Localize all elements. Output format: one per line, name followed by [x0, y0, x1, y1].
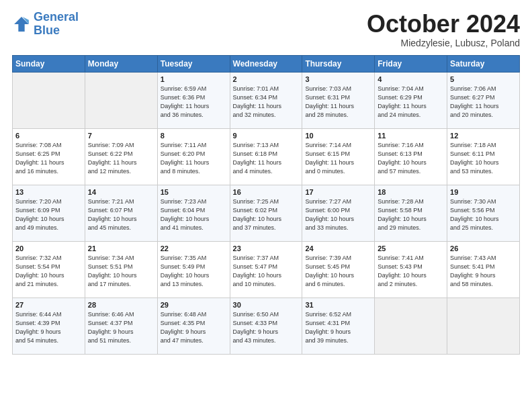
day-number: 23: [233, 244, 300, 253]
day-cell: 5Sunrise: 7:06 AM Sunset: 6:27 PM Daylig…: [447, 72, 520, 128]
day-number: 28: [88, 301, 154, 309]
header-cell-saturday: Saturday: [447, 55, 520, 72]
day-info: Sunrise: 7:27 AM Sunset: 6:00 PM Dayligh…: [305, 197, 371, 232]
day-info: Sunrise: 7:18 AM Sunset: 6:11 PM Dayligh…: [450, 141, 517, 176]
day-number: 11: [378, 132, 444, 140]
day-number: 20: [15, 244, 82, 253]
day-number: 4: [378, 75, 444, 83]
day-number: 6: [15, 132, 82, 140]
month-title: October 2024: [367, 11, 520, 38]
day-cell: 1Sunrise: 6:59 AM Sunset: 6:36 PM Daylig…: [157, 72, 230, 128]
day-cell: 6Sunrise: 7:08 AM Sunset: 6:25 PM Daylig…: [13, 128, 85, 185]
day-number: 19: [450, 188, 517, 196]
day-cell: [85, 72, 157, 128]
day-cell: 24Sunrise: 7:39 AM Sunset: 5:45 PM Dayli…: [302, 241, 375, 298]
day-number: 18: [378, 188, 444, 196]
logo-text: General Blue: [34, 11, 79, 38]
day-number: 7: [88, 132, 154, 140]
header-cell-friday: Friday: [375, 55, 447, 72]
day-number: 25: [378, 244, 444, 253]
day-number: 30: [233, 301, 300, 309]
page: General Blue October 2024 Miedzylesie, L…: [0, 0, 532, 361]
day-cell: 21Sunrise: 7:34 AM Sunset: 5:51 PM Dayli…: [85, 241, 157, 298]
day-cell: 10Sunrise: 7:14 AM Sunset: 6:15 PM Dayli…: [302, 128, 375, 185]
day-cell: 18Sunrise: 7:28 AM Sunset: 5:58 PM Dayli…: [375, 185, 447, 241]
day-number: 15: [161, 188, 227, 196]
header: General Blue October 2024 Miedzylesie, L…: [12, 11, 520, 48]
day-cell: 22Sunrise: 7:35 AM Sunset: 5:49 PM Dayli…: [157, 241, 230, 298]
week-row-3: 13Sunrise: 7:20 AM Sunset: 6:09 PM Dayli…: [13, 185, 520, 241]
header-cell-wednesday: Wednesday: [230, 55, 302, 72]
day-cell: 26Sunrise: 7:43 AM Sunset: 5:41 PM Dayli…: [447, 241, 520, 298]
day-cell: 30Sunrise: 6:50 AM Sunset: 4:33 PM Dayli…: [230, 298, 302, 354]
day-number: 12: [450, 132, 517, 140]
day-info: Sunrise: 7:08 AM Sunset: 6:25 PM Dayligh…: [15, 141, 82, 176]
day-cell: 31Sunrise: 6:52 AM Sunset: 4:31 PM Dayli…: [302, 298, 375, 354]
day-number: 27: [15, 301, 82, 309]
day-info: Sunrise: 6:46 AM Sunset: 4:37 PM Dayligh…: [88, 310, 154, 345]
day-cell: 14Sunrise: 7:21 AM Sunset: 6:07 PM Dayli…: [85, 185, 157, 241]
day-info: Sunrise: 7:09 AM Sunset: 6:22 PM Dayligh…: [88, 141, 154, 176]
day-info: Sunrise: 7:34 AM Sunset: 5:51 PM Dayligh…: [88, 254, 154, 289]
day-number: 24: [305, 244, 371, 253]
day-cell: 2Sunrise: 7:01 AM Sunset: 6:34 PM Daylig…: [230, 72, 302, 128]
day-info: Sunrise: 7:20 AM Sunset: 6:09 PM Dayligh…: [15, 197, 82, 232]
header-cell-sunday: Sunday: [13, 55, 85, 72]
day-cell: 3Sunrise: 7:03 AM Sunset: 6:31 PM Daylig…: [302, 72, 375, 128]
day-number: 22: [161, 244, 227, 253]
header-cell-tuesday: Tuesday: [157, 55, 230, 72]
week-row-5: 27Sunrise: 6:44 AM Sunset: 4:39 PM Dayli…: [13, 298, 520, 354]
day-info: Sunrise: 7:43 AM Sunset: 5:41 PM Dayligh…: [450, 254, 517, 289]
day-number: 8: [161, 132, 227, 140]
day-number: 29: [161, 301, 227, 309]
day-cell: [375, 298, 447, 354]
day-info: Sunrise: 7:13 AM Sunset: 6:18 PM Dayligh…: [233, 141, 300, 176]
day-number: 26: [450, 244, 517, 253]
day-info: Sunrise: 7:01 AM Sunset: 6:34 PM Dayligh…: [233, 85, 300, 120]
day-info: Sunrise: 6:50 AM Sunset: 4:33 PM Dayligh…: [233, 310, 300, 345]
day-info: Sunrise: 7:04 AM Sunset: 6:29 PM Dayligh…: [378, 85, 444, 120]
day-info: Sunrise: 7:25 AM Sunset: 6:02 PM Dayligh…: [233, 197, 300, 232]
day-info: Sunrise: 7:11 AM Sunset: 6:20 PM Dayligh…: [161, 141, 227, 176]
day-info: Sunrise: 7:14 AM Sunset: 6:15 PM Dayligh…: [305, 141, 371, 176]
day-info: Sunrise: 7:21 AM Sunset: 6:07 PM Dayligh…: [88, 197, 154, 232]
week-row-1: 1Sunrise: 6:59 AM Sunset: 6:36 PM Daylig…: [13, 72, 520, 128]
day-number: 1: [161, 75, 227, 83]
day-cell: 27Sunrise: 6:44 AM Sunset: 4:39 PM Dayli…: [13, 298, 85, 354]
day-info: Sunrise: 7:06 AM Sunset: 6:27 PM Dayligh…: [450, 85, 517, 120]
day-number: 17: [305, 188, 371, 196]
day-number: 2: [233, 75, 300, 83]
day-cell: 8Sunrise: 7:11 AM Sunset: 6:20 PM Daylig…: [157, 128, 230, 185]
location: Miedzylesie, Lubusz, Poland: [367, 38, 520, 48]
day-info: Sunrise: 7:32 AM Sunset: 5:54 PM Dayligh…: [15, 254, 82, 289]
day-cell: 13Sunrise: 7:20 AM Sunset: 6:09 PM Dayli…: [13, 185, 85, 241]
logo-icon: [12, 15, 31, 34]
day-number: 5: [450, 75, 517, 83]
day-cell: 25Sunrise: 7:41 AM Sunset: 5:43 PM Dayli…: [375, 241, 447, 298]
day-cell: [447, 298, 520, 354]
day-cell: 9Sunrise: 7:13 AM Sunset: 6:18 PM Daylig…: [230, 128, 302, 185]
logo: General Blue: [12, 11, 79, 38]
day-cell: 17Sunrise: 7:27 AM Sunset: 6:00 PM Dayli…: [302, 185, 375, 241]
day-cell: 7Sunrise: 7:09 AM Sunset: 6:22 PM Daylig…: [85, 128, 157, 185]
day-number: 21: [88, 244, 154, 253]
day-number: 3: [305, 75, 371, 83]
day-info: Sunrise: 6:44 AM Sunset: 4:39 PM Dayligh…: [15, 310, 82, 345]
day-info: Sunrise: 7:41 AM Sunset: 5:43 PM Dayligh…: [378, 254, 444, 289]
day-info: Sunrise: 7:30 AM Sunset: 5:56 PM Dayligh…: [450, 197, 517, 232]
day-cell: 19Sunrise: 7:30 AM Sunset: 5:56 PM Dayli…: [447, 185, 520, 241]
header-row: SundayMondayTuesdayWednesdayThursdayFrid…: [13, 55, 520, 72]
day-info: Sunrise: 7:37 AM Sunset: 5:47 PM Dayligh…: [233, 254, 300, 289]
day-number: 13: [15, 188, 82, 196]
day-cell: 16Sunrise: 7:25 AM Sunset: 6:02 PM Dayli…: [230, 185, 302, 241]
week-row-2: 6Sunrise: 7:08 AM Sunset: 6:25 PM Daylig…: [13, 128, 520, 185]
logo-line2: Blue: [34, 24, 60, 37]
day-number: 31: [305, 301, 371, 309]
day-number: 14: [88, 188, 154, 196]
day-info: Sunrise: 6:59 AM Sunset: 6:36 PM Dayligh…: [161, 85, 227, 120]
day-cell: 29Sunrise: 6:48 AM Sunset: 4:35 PM Dayli…: [157, 298, 230, 354]
day-info: Sunrise: 7:39 AM Sunset: 5:45 PM Dayligh…: [305, 254, 371, 289]
day-info: Sunrise: 6:52 AM Sunset: 4:31 PM Dayligh…: [305, 310, 371, 345]
header-cell-monday: Monday: [85, 55, 157, 72]
day-info: Sunrise: 7:35 AM Sunset: 5:49 PM Dayligh…: [161, 254, 227, 289]
